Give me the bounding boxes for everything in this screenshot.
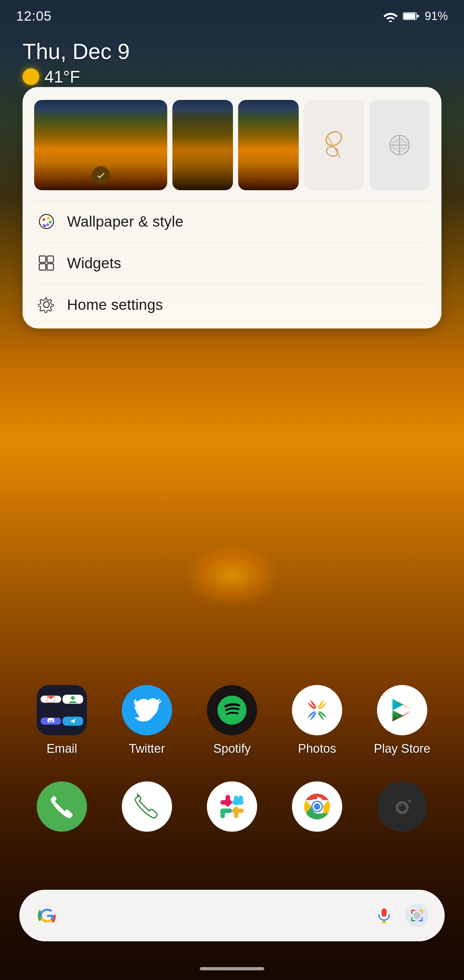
playstore-app-label: Play Store (374, 742, 430, 756)
chrome-logo-icon (301, 791, 333, 822)
home-settings-label: Home settings (67, 296, 163, 313)
spotify-app-label: Spotify (213, 742, 251, 756)
checkmark-icon (96, 170, 106, 180)
status-time: 12:05 (16, 8, 52, 24)
svg-rect-31 (221, 800, 232, 805)
svg-point-14 (43, 218, 45, 221)
context-menu: Wallpaper & style Widgets Home settings (22, 87, 442, 328)
wallpaper-thumb-1[interactable] (34, 100, 167, 190)
svg-rect-54 (381, 908, 387, 917)
svg-rect-18 (39, 256, 46, 262)
app-spotify[interactable]: Spotify (200, 685, 264, 756)
svg-rect-32 (226, 795, 230, 799)
discord-icon (46, 718, 56, 725)
contacts-icon (68, 695, 77, 704)
abstract-wallpaper-2-icon (387, 126, 412, 164)
contacts-sub-icon (62, 695, 83, 704)
slack-app-icon (207, 781, 257, 832)
gmail-icon (46, 696, 56, 703)
svg-point-17 (46, 223, 49, 226)
svg-point-3 (324, 129, 344, 148)
app-twitter[interactable]: Twitter (115, 685, 179, 756)
home-settings-item[interactable]: Home settings (34, 284, 430, 325)
svg-point-51 (400, 805, 401, 807)
phone-app-icon (37, 781, 87, 832)
twitter-app-label: Twitter (129, 742, 165, 756)
svg-point-25 (49, 720, 51, 721)
app-slack[interactable] (200, 781, 264, 832)
voice-search-button[interactable] (372, 904, 396, 927)
chrome-app-icon (292, 781, 342, 832)
svg-rect-2 (417, 15, 419, 18)
lens-icon (408, 907, 425, 924)
email-app-icon (37, 685, 87, 735)
app-email[interactable]: Email (30, 685, 94, 756)
photos-app-label: Photos (298, 742, 336, 756)
wifi-icon (383, 10, 397, 22)
svg-rect-38 (221, 813, 225, 818)
date-display: Thu, Dec 9 (22, 39, 130, 64)
photos-pinwheel-icon (301, 694, 333, 726)
wallpaper-thumbnails[interactable] (34, 100, 430, 190)
phone-handset-icon (49, 794, 75, 819)
google-logo-icon (35, 904, 59, 927)
svg-point-29 (315, 708, 319, 713)
temperature-display: 41°F (44, 67, 80, 86)
phone-outline-icon (134, 794, 160, 819)
app-playstore[interactable]: Play Store (370, 685, 434, 756)
svg-rect-37 (221, 808, 232, 813)
svg-point-22 (43, 302, 49, 307)
svg-rect-19 (47, 256, 54, 262)
widgets-label: Widgets (67, 255, 121, 272)
weather-row: 41°F (22, 67, 130, 86)
email-app-label: Email (46, 742, 77, 756)
home-indicator[interactable] (200, 967, 264, 970)
photos-app-icon (292, 685, 342, 735)
abstract-wallpaper-1-icon (321, 126, 347, 164)
lens-search-button[interactable] (405, 904, 429, 927)
svg-point-16 (49, 221, 52, 223)
svg-rect-41 (238, 795, 243, 805)
status-bar: 12:05 91% (0, 0, 464, 26)
wallpaper-thumb-3[interactable] (238, 100, 299, 190)
svg-point-15 (47, 217, 49, 220)
weather-sun-icon (22, 68, 39, 85)
wallpaper-style-item[interactable]: Wallpaper & style (34, 200, 430, 242)
app-camera[interactable] (370, 781, 434, 832)
discord-sub-icon (41, 718, 61, 725)
svg-point-26 (52, 720, 53, 721)
app-phone[interactable] (30, 781, 94, 832)
wallpaper-thumb-4[interactable] (304, 100, 364, 190)
widgets-item[interactable]: Widgets (34, 242, 430, 284)
wallpaper-style-label: Wallpaper & style (67, 213, 183, 230)
wallpaper-thumb-2[interactable] (172, 100, 233, 190)
camera-lens-icon (388, 792, 416, 821)
status-icons: 91% (383, 10, 448, 23)
selected-check-icon (92, 166, 110, 185)
svg-point-28 (218, 696, 246, 725)
telegram-sub-icon (62, 717, 83, 725)
widgets-icon (37, 254, 56, 272)
widgets-grid-icon (38, 255, 55, 271)
search-bar[interactable] (19, 890, 445, 941)
svg-point-53 (408, 800, 410, 802)
slack-logo-icon (216, 791, 248, 822)
svg-point-24 (71, 696, 75, 700)
app-row-2 (19, 781, 445, 832)
svg-rect-21 (47, 264, 54, 270)
playstore-app-icon (377, 685, 427, 735)
app-phone2[interactable] (115, 781, 179, 832)
spotify-logo-icon (216, 694, 248, 726)
home-settings-icon (37, 296, 56, 313)
app-chrome[interactable] (285, 781, 349, 832)
svg-point-45 (314, 803, 320, 810)
wallpaper-style-icon (37, 212, 56, 231)
date-weather: Thu, Dec 9 41°F (22, 39, 130, 86)
app-grid: Email Twitter (0, 685, 464, 858)
telegram-icon (68, 717, 77, 725)
battery-icon (403, 11, 420, 21)
wallpaper-thumb-5[interactable] (369, 100, 430, 190)
app-photos[interactable]: Photos (285, 685, 349, 756)
app-row-1: Email Twitter (19, 685, 445, 756)
svg-rect-20 (39, 264, 46, 270)
